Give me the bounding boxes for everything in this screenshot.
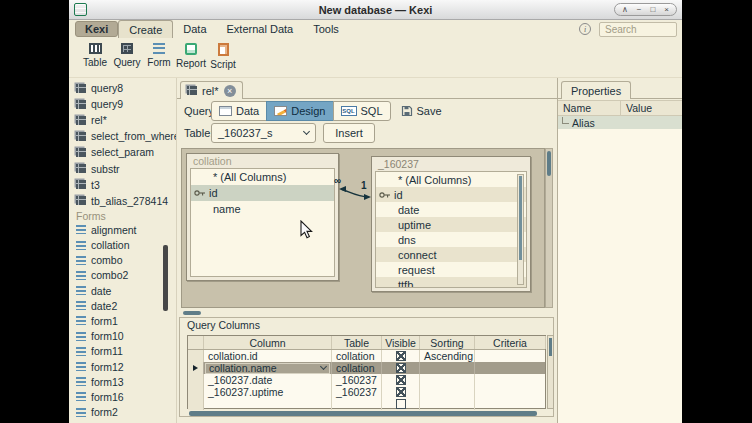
close-icon[interactable]: × [664, 6, 669, 14]
cell-visible[interactable] [382, 386, 420, 398]
checkbox-checked-icon[interactable] [396, 387, 406, 397]
sidebar-query-item[interactable]: select_from_where [69, 128, 176, 144]
checkbox-checked-icon[interactable] [396, 363, 406, 373]
header-visible[interactable]: Visible [382, 336, 420, 349]
cell-table[interactable]: collation [332, 362, 382, 374]
tab-tools[interactable]: Tools [303, 20, 349, 38]
table-box-collation[interactable]: collation * (All Columns) id name [186, 153, 339, 281]
header-table[interactable]: Table [332, 336, 382, 349]
scrollbar-thumb[interactable] [549, 338, 552, 356]
field-all-columns[interactable]: * (All Columns) [376, 172, 526, 187]
cell-criteria[interactable] [475, 374, 546, 386]
checkbox-checked-icon[interactable] [396, 351, 406, 361]
field-name[interactable]: name [191, 201, 334, 217]
tab-create[interactable]: Create [118, 20, 173, 38]
cell-sorting[interactable] [420, 362, 475, 374]
sidebar-query-item[interactable]: query9 [69, 96, 176, 112]
sidebar-form-item[interactable]: date [69, 283, 176, 298]
design-view-button[interactable]: Design [266, 101, 333, 121]
cell-criteria[interactable] [475, 362, 546, 374]
field-id[interactable]: id [376, 187, 526, 202]
cell-column[interactable]: _160237.date [204, 374, 332, 386]
table-box-title[interactable]: collation [187, 154, 338, 168]
canvas-horizontal-scrollbar[interactable] [181, 310, 545, 316]
cell-criteria[interactable] [475, 398, 546, 410]
cell-sorting[interactable]: Ascending [420, 350, 475, 362]
sidebar-form-item[interactable]: form16 [69, 389, 176, 404]
field-ttfb[interactable]: ttfb [376, 277, 526, 288]
cell-column[interactable] [204, 398, 332, 410]
scrollbar-thumb[interactable] [519, 176, 522, 260]
header-criteria[interactable]: Criteria [475, 336, 546, 349]
cell-sorting[interactable] [420, 398, 475, 410]
tab-data[interactable]: Data [173, 20, 216, 38]
column-combobox[interactable]: collation.name [205, 363, 330, 374]
row-header[interactable] [188, 398, 204, 410]
checkbox-checked-icon[interactable] [396, 375, 406, 385]
cell-column[interactable]: _160237.uptime [204, 386, 332, 398]
titlebar[interactable]: New database — Kexi ∧ − □ × [69, 0, 682, 20]
sidebar-query-item[interactable]: substr [69, 160, 176, 176]
header-sorting[interactable]: Sorting [420, 336, 475, 349]
tab-close-icon[interactable]: × [224, 85, 236, 97]
sidebar-scrollbar[interactable] [163, 245, 168, 311]
search-input[interactable] [599, 22, 677, 37]
document-tab-rel[interactable]: rel* × [180, 81, 243, 99]
field-request[interactable]: request [376, 262, 526, 277]
row-header[interactable] [188, 350, 204, 362]
cell-sorting[interactable] [420, 374, 475, 386]
sql-view-button[interactable]: SQL SQL [333, 101, 391, 121]
info-icon[interactable]: i [579, 23, 591, 35]
cell-column[interactable]: collation.name [204, 362, 332, 374]
table-box-title[interactable]: _160237 [372, 157, 530, 171]
sidebar-form-item[interactable]: form11 [69, 344, 176, 359]
sidebar-form-item[interactable]: form1 [69, 313, 176, 328]
scrollbar-thumb[interactable] [547, 151, 551, 176]
insert-button[interactable]: Insert [323, 123, 375, 143]
cell-criteria[interactable] [475, 386, 546, 398]
kexi-menu-button[interactable]: Kexi [75, 21, 118, 37]
create-report-button[interactable]: Report [175, 38, 207, 77]
sidebar-form-item[interactable]: form12 [69, 359, 176, 374]
cell-table[interactable]: _160237 [332, 386, 382, 398]
sidebar-form-item[interactable]: alignment [69, 222, 176, 237]
field-id[interactable]: id [191, 185, 334, 201]
cell-sorting[interactable] [420, 386, 475, 398]
scrollbar-thumb[interactable] [183, 311, 201, 315]
sidebar-query-item[interactable]: rel* [69, 112, 176, 128]
table-combobox[interactable]: _160237_s [211, 123, 316, 143]
sidebar-form-item[interactable]: combo2 [69, 268, 176, 283]
header-column[interactable]: Column [204, 336, 332, 349]
save-button[interactable]: Save [401, 105, 442, 117]
maximize-icon[interactable]: □ [650, 6, 655, 14]
property-row-alias[interactable]: Alias [558, 116, 682, 129]
cell-visible[interactable] [382, 374, 420, 386]
grid-vertical-scrollbar[interactable] [547, 335, 554, 409]
cell-visible[interactable] [382, 350, 420, 362]
data-view-button[interactable]: Data [211, 101, 267, 121]
sidebar-form-item[interactable]: collation [69, 237, 176, 252]
sidebar-query-item[interactable]: tb_alias_278414 [69, 193, 176, 209]
sidebar-form-item[interactable]: form2 [69, 405, 176, 420]
row-header[interactable] [188, 374, 204, 386]
create-script-button[interactable]: Script [207, 38, 239, 77]
field-dns[interactable]: dns [376, 232, 526, 247]
cell-table[interactable]: collation [332, 350, 382, 362]
create-query-button[interactable]: Query [111, 38, 143, 77]
cell-criteria[interactable] [475, 350, 546, 362]
cell-visible[interactable] [382, 398, 420, 410]
checkbox-unchecked-icon[interactable] [396, 399, 406, 409]
sidebar-form-item[interactable]: form13 [69, 374, 176, 389]
minimize-icon[interactable]: − [637, 6, 642, 14]
field-all-columns[interactable]: * (All Columns) [191, 169, 334, 185]
row-header[interactable] [188, 362, 204, 374]
cell-visible[interactable] [382, 362, 420, 374]
tab-external-data[interactable]: External Data [217, 20, 304, 38]
sidebar-query-item[interactable]: query8 [69, 80, 176, 96]
grid-horizontal-scrollbar[interactable] [187, 410, 546, 417]
scrollbar-thumb[interactable] [189, 411, 537, 416]
field-uptime[interactable]: uptime [376, 217, 526, 232]
cell-table[interactable] [332, 398, 382, 410]
create-table-button[interactable]: Table [79, 38, 111, 77]
header-name[interactable]: Name [558, 101, 621, 115]
